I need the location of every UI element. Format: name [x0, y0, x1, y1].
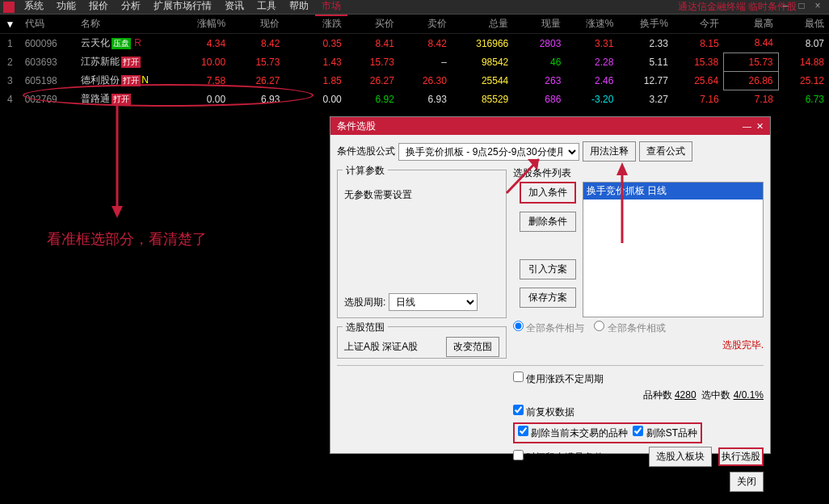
chk-fq[interactable]: 前复权数据 — [513, 405, 574, 419]
change-scope-button[interactable]: 改变范围 — [446, 337, 499, 357]
no-params-text: 无参数需要设置 — [344, 177, 499, 202]
condition-listbox[interactable]: 换手竞价抓板 日线 — [583, 182, 764, 317]
col-5[interactable]: 涨跌 — [284, 15, 346, 34]
col-1[interactable]: 代码 — [20, 15, 77, 34]
col-7[interactable]: 卖价 — [399, 15, 452, 34]
menu-6[interactable]: 工具 — [250, 0, 283, 16]
app-icon — [3, 2, 15, 13]
col-12[interactable]: 今开 — [673, 15, 724, 34]
import-scheme-button[interactable]: 引入方案 — [520, 259, 576, 279]
menu-8[interactable]: 市场 — [315, 0, 347, 16]
list-label: 选股条件列表 — [513, 166, 764, 180]
col-6[interactable]: 买价 — [347, 15, 399, 34]
table-row[interactable]: 1600096云天化压盘R4.348.420.358.418.423169662… — [0, 34, 829, 53]
menu-2[interactable]: 报价 — [82, 0, 115, 16]
menu-4[interactable]: 扩展市场行情 — [147, 0, 218, 16]
annotation-arrow-1 — [105, 105, 129, 218]
radio-or[interactable]: 全部条件相或 — [594, 321, 665, 335]
to-block-button[interactable]: 选股入板块 — [649, 447, 712, 467]
col-3[interactable]: 涨幅% — [176, 15, 230, 34]
close-button[interactable]: 关闭 — [730, 472, 764, 492]
status-text: 选股完毕. — [513, 338, 764, 352]
col-13[interactable]: 最高 — [724, 15, 778, 34]
col-8[interactable]: 总量 — [452, 15, 513, 34]
col-11[interactable]: 换手% — [618, 15, 672, 34]
scope-group: 选股范围 上证A股 深证A股 改变范围 — [337, 326, 507, 359]
menu-0[interactable]: 系统 — [18, 0, 50, 16]
window-controls[interactable]: –□× — [777, 0, 826, 11]
stock-table: ▼代码名称涨幅%现价涨跌买价卖价总量现量涨速%换手%今开最高最低 1600096… — [0, 15, 829, 108]
chk-st[interactable]: 剔除ST品种 — [633, 426, 697, 440]
radio-and[interactable]: 全部条件相与 — [513, 321, 584, 335]
list-item[interactable]: 换手竞价抓板 日线 — [583, 183, 763, 200]
chk-cycle[interactable]: 使用涨跌不定周期 — [513, 372, 604, 386]
view-formula-button[interactable]: 查看公式 — [639, 141, 692, 162]
col-10[interactable]: 涨速% — [566, 15, 618, 34]
save-scheme-button[interactable]: 保存方案 — [520, 288, 576, 308]
col-2[interactable]: 名称 — [76, 15, 175, 34]
menu-1[interactable]: 功能 — [50, 0, 82, 16]
menu-7[interactable]: 帮助 — [283, 0, 315, 16]
dialog-titlebar[interactable]: 条件选股 — ✕ — [330, 117, 770, 135]
col-4[interactable]: 现价 — [230, 15, 284, 34]
chk-notrade[interactable]: 剔除当前未交易的品种 — [518, 426, 628, 440]
period-label: 选股周期: — [344, 296, 385, 308]
scope-text: 上证A股 深证A股 — [344, 340, 418, 354]
usage-button[interactable]: 用法注释 — [583, 141, 636, 162]
table-row[interactable]: 4002769普路通打开0.006.930.006.926.9385529686… — [0, 90, 829, 108]
menu-3[interactable]: 分析 — [115, 0, 147, 16]
table-row[interactable]: 2603693江苏新能打开10.0015.731.4315.73–9854246… — [0, 52, 829, 71]
run-button[interactable]: 执行选股 — [718, 447, 764, 466]
formula-select[interactable]: 换手竞价抓板 - 9点25分-9点30分使用 — [398, 143, 579, 161]
delete-condition-button[interactable]: 删除条件 — [520, 212, 576, 232]
dialog-close-icon[interactable]: ✕ — [756, 121, 764, 131]
add-condition-button[interactable]: 加入条件 — [520, 182, 576, 204]
menu-5[interactable]: 资讯 — [218, 0, 250, 16]
table-row[interactable]: 3605198德利股份打开N7.5826.271.8526.2726.30255… — [0, 71, 829, 90]
params-group: 计算参数 无参数需要设置 选股周期: 日线 — [337, 170, 507, 318]
col-0[interactable]: ▼ — [0, 15, 20, 34]
col-9[interactable]: 现量 — [513, 15, 566, 34]
dialog-title-text: 条件选股 — [337, 120, 376, 133]
menubar: 系统功能报价分析扩展市场行情资讯工具帮助市场 通达信金融终端 临时条件股 –□× — [0, 0, 829, 15]
annotation-text: 看准框选部分，看清楚了 — [47, 229, 207, 249]
period-select[interactable]: 日线 — [389, 293, 478, 311]
condition-dialog: 条件选股 — ✕ 条件选股公式 换手竞价抓板 - 9点25分-9点30分使用 用… — [330, 116, 771, 454]
svg-marker-1 — [112, 206, 123, 218]
col-14[interactable]: 最低 — [778, 15, 829, 34]
dialog-min-icon[interactable]: — — [743, 121, 751, 131]
formula-label: 条件选股公式 — [337, 145, 395, 158]
chk-time[interactable]: 时间段内满足条件 — [513, 450, 604, 464]
